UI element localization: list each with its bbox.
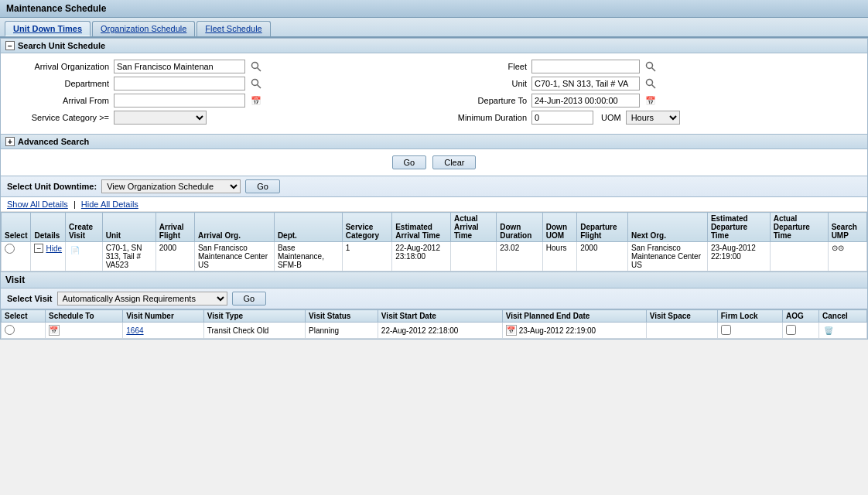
row-service-category: 1 bbox=[342, 242, 391, 271]
arrival-from-cal-icon[interactable]: 📅 bbox=[250, 94, 262, 107]
clear-button[interactable]: Clear bbox=[432, 155, 476, 169]
svg-line-5 bbox=[652, 68, 656, 72]
arrival-org-search-icon[interactable] bbox=[250, 60, 262, 73]
cancel-icon[interactable]: 🗑️ bbox=[822, 324, 835, 336]
vth-visit-status: Visit Status bbox=[306, 310, 378, 323]
row-actual-arrival bbox=[450, 242, 496, 271]
visit-number-link[interactable]: 1664 bbox=[126, 326, 143, 335]
department-input[interactable] bbox=[114, 77, 245, 90]
th-details: Details bbox=[31, 213, 66, 242]
uom-select[interactable]: Hours bbox=[626, 111, 680, 125]
arrival-org-label: Arrival Organization bbox=[9, 62, 109, 71]
departure-to-input[interactable] bbox=[531, 94, 640, 108]
vrow-select bbox=[2, 323, 46, 339]
hide-link[interactable]: Hide bbox=[46, 244, 62, 253]
search-form: Arrival Organization Department bbox=[1, 53, 867, 134]
advanced-search-bar[interactable]: + Advanced Search bbox=[1, 134, 867, 149]
row-arrival-flight: 2000 bbox=[155, 242, 194, 271]
th-down-uom: Down UOM bbox=[542, 213, 576, 242]
search-section-header: − Search Unit Schedule bbox=[1, 39, 867, 53]
select-unit-downtime-dropdown[interactable]: View Organization Schedule bbox=[101, 179, 241, 193]
row-estimated-departure: 23-Aug-2012 22:19:00 bbox=[707, 242, 770, 271]
vth-cancel: Cancel bbox=[818, 310, 866, 323]
arrival-from-label: Arrival From bbox=[9, 96, 109, 105]
vth-aog: AOG bbox=[782, 310, 818, 323]
service-category-select[interactable] bbox=[114, 111, 207, 125]
fleet-input[interactable] bbox=[531, 60, 640, 73]
arrival-from-input[interactable] bbox=[114, 94, 245, 108]
arrival-org-input[interactable] bbox=[114, 60, 245, 73]
svg-point-4 bbox=[647, 63, 653, 69]
tab-organization-schedule[interactable]: Organization Schedule bbox=[92, 21, 195, 36]
th-estimated-departure: Estimated Departure Time bbox=[707, 213, 770, 242]
schedule-to-cal-icon[interactable]: 📅 bbox=[49, 325, 60, 336]
show-all-details-link[interactable]: Show All Details bbox=[7, 200, 68, 209]
th-unit: Unit bbox=[102, 213, 155, 242]
details-links-row: Show All Details | Hide All Details bbox=[1, 197, 867, 212]
row-down-duration: 23.02 bbox=[497, 242, 543, 271]
aog-checkbox[interactable] bbox=[786, 325, 796, 335]
visit-title: Visit bbox=[5, 275, 25, 285]
unit-label: Unit bbox=[442, 79, 527, 88]
page-title: Maintenance Schedule bbox=[6, 3, 106, 14]
planned-end-cal-icon[interactable]: 📅 bbox=[506, 325, 517, 336]
row-radio[interactable] bbox=[5, 244, 15, 254]
details-separator: | bbox=[73, 200, 76, 209]
visit-row-radio[interactable] bbox=[5, 325, 15, 335]
svg-line-3 bbox=[258, 85, 261, 89]
search-section-title: Search Unit Schedule bbox=[18, 41, 105, 50]
th-service-category: Service Category bbox=[342, 213, 391, 242]
row-actual-departure bbox=[770, 242, 828, 271]
minus-collapse-icon[interactable]: − bbox=[34, 244, 43, 253]
department-label: Department bbox=[9, 79, 109, 88]
th-estimated-arrival: Estimated Arrival Time bbox=[392, 213, 451, 242]
collapse-search-icon[interactable]: − bbox=[5, 41, 15, 50]
row-dept: Base Maintenance, SFM-B bbox=[274, 242, 342, 271]
select-unit-go-button[interactable]: Go bbox=[245, 179, 280, 193]
advanced-search-label: Advanced Search bbox=[18, 137, 89, 146]
unit-search-icon[interactable] bbox=[644, 77, 657, 90]
select-visit-go-button[interactable]: Go bbox=[232, 292, 267, 306]
tab-fleet-schedule[interactable]: Fleet Schedule bbox=[196, 21, 270, 36]
min-duration-input[interactable] bbox=[531, 111, 593, 125]
vrow-cancel: 🗑️ bbox=[818, 323, 866, 339]
th-arrival-org: Arrival Org. bbox=[194, 213, 274, 242]
vrow-visit-status: Planning bbox=[306, 323, 378, 339]
expand-advanced-icon[interactable]: + bbox=[5, 137, 15, 146]
title-bar: Maintenance Schedule bbox=[0, 0, 868, 18]
create-visit-doc-icon[interactable]: 📄 bbox=[69, 244, 81, 256]
hide-all-details-link[interactable]: Hide All Details bbox=[81, 200, 138, 209]
vth-visit-number: Visit Number bbox=[123, 310, 203, 323]
tab-unit-down-times[interactable]: Unit Down Times bbox=[5, 21, 91, 36]
fleet-search-icon[interactable] bbox=[644, 60, 657, 73]
select-unit-downtime-label: Select Unit Downtime: bbox=[7, 182, 97, 191]
select-unit-downtime-row: Select Unit Downtime: View Organization … bbox=[1, 176, 867, 197]
visit-section-header: Visit bbox=[1, 271, 867, 288]
department-search-icon[interactable] bbox=[250, 77, 262, 90]
service-category-label: Service Category >= bbox=[9, 113, 109, 122]
svg-line-7 bbox=[652, 85, 656, 89]
departure-to-cal-icon[interactable]: 📅 bbox=[644, 94, 657, 107]
results-table: Select Details Create Visit Unit Arrival… bbox=[1, 212, 867, 271]
table-row: − Hide 📄 C70-1, SN 313, Tail # VA523 200… bbox=[2, 242, 867, 271]
go-button[interactable]: Go bbox=[392, 155, 427, 169]
vth-select: Select bbox=[2, 310, 46, 323]
vrow-firm-lock bbox=[717, 323, 782, 339]
vrow-aog bbox=[782, 323, 818, 339]
svg-point-6 bbox=[647, 80, 653, 86]
visit-table-row: 📅 1664 Transit Check Old Planning 22-Aug… bbox=[2, 323, 867, 339]
vrow-visit-start-date: 22-Aug-2012 22:18:00 bbox=[378, 323, 502, 339]
row-details: − Hide bbox=[31, 242, 66, 271]
th-arrival-flight: Arrival Flight bbox=[155, 213, 194, 242]
th-actual-arrival: Actual Arrival Time bbox=[450, 213, 496, 242]
vth-visit-type: Visit Type bbox=[203, 310, 305, 323]
svg-point-0 bbox=[252, 63, 258, 69]
row-search-ump[interactable]: ⊙⊙ bbox=[828, 242, 866, 271]
firm-lock-checkbox[interactable] bbox=[721, 325, 731, 335]
vth-visit-space: Visit Space bbox=[646, 310, 717, 323]
unit-input[interactable] bbox=[531, 77, 640, 90]
select-visit-dropdown[interactable]: Automatically Assign Requirements bbox=[57, 292, 227, 306]
vth-visit-planned-end-date: Visit Planned End Date bbox=[502, 310, 646, 323]
fleet-label: Fleet bbox=[442, 62, 527, 71]
row-estimated-arrival: 22-Aug-2012 23:18:00 bbox=[392, 242, 451, 271]
